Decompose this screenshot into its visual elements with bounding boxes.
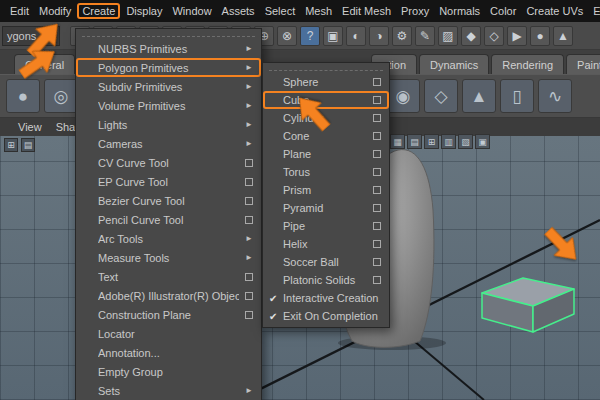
option-box-icon[interactable] <box>373 204 381 212</box>
menu-create[interactable]: Create <box>77 3 120 19</box>
shelf-helix-icon[interactable]: ∿ <box>538 79 572 113</box>
submenu-item-prism[interactable]: ✔ Prism ► <box>263 181 389 199</box>
submenu-item-exit-on-completion[interactable]: ✔ Exit On Completion ► <box>263 307 389 325</box>
menu-item-annotation[interactable]: ✔ Annotation... ► <box>76 343 261 362</box>
option-box-icon[interactable] <box>373 132 381 140</box>
option-box-icon[interactable] <box>245 273 253 281</box>
submenu-item-helix[interactable]: ✔ Helix ► <box>263 235 389 253</box>
option-box-icon[interactable] <box>373 168 381 176</box>
paint-effects-icon[interactable]: ✎ <box>415 26 435 46</box>
submenu-item-cube[interactable]: ✔ Cube ► <box>263 91 389 109</box>
menu-edit[interactable]: Edit <box>6 3 33 19</box>
menu-item-cv-curve-tool[interactable]: ✔ CV Curve Tool ► <box>76 153 261 172</box>
menu-tearoff-handle[interactable] <box>82 31 255 37</box>
option-box-icon[interactable] <box>373 258 381 266</box>
menu-item-nurbs-primitives[interactable]: ✔ NURBS Primitives ► <box>76 39 261 58</box>
shelf-sphere-icon[interactable]: ● <box>6 79 40 113</box>
menu-item-sets[interactable]: ✔ Sets ► <box>76 381 261 400</box>
panel-menu-item[interactable]: View <box>18 121 42 133</box>
option-box-icon[interactable] <box>245 159 253 167</box>
render-current-frame-icon[interactable]: ◐ <box>346 26 366 46</box>
menu-assets[interactable]: Assets <box>218 3 259 19</box>
menu-item-text[interactable]: ✔ Text ► <box>76 267 261 286</box>
option-box-icon[interactable] <box>373 222 381 230</box>
option-box-icon[interactable] <box>373 78 381 86</box>
option-box-icon[interactable] <box>245 216 253 224</box>
menu-tearoff-handle[interactable] <box>269 65 383 71</box>
menu-window[interactable]: Window <box>168 3 215 19</box>
menu-mesh[interactable]: Mesh <box>301 3 336 19</box>
menu-item-construction-plane[interactable]: ✔ Construction Plane ► <box>76 305 261 324</box>
menu-create-uvs[interactable]: Create UVs <box>522 3 587 19</box>
menu-item-polygon-primitives[interactable]: ✔ Polygon Primitives ► <box>76 58 261 77</box>
menu-normals[interactable]: Normals <box>435 3 484 19</box>
gate-mask-icon[interactable]: ▣ <box>475 134 490 149</box>
menu-item-cameras[interactable]: ✔ Cameras ► <box>76 134 261 153</box>
submenu-item-interactive-creation[interactable]: ✔ Interactive Creation ► <box>263 289 389 307</box>
submenu-item-platonic-solids[interactable]: ✔ Platonic Solids ► <box>263 271 389 289</box>
shelf-torus-icon[interactable]: ◎ <box>44 79 78 113</box>
tab-rendering[interactable]: Rendering <box>491 54 564 74</box>
shelf-joint-icon[interactable]: ◇ <box>424 79 458 113</box>
render-view-icon[interactable]: ▣ <box>323 26 343 46</box>
menu-item-pencil-curve-tool[interactable]: ✔ Pencil Curve Tool ► <box>76 210 261 229</box>
polygon-cube-object[interactable] <box>482 278 574 332</box>
menu-item-empty-group[interactable]: ✔ Empty Group ► <box>76 362 261 381</box>
menu-item-volume-primitives[interactable]: ✔ Volume Primitives ► <box>76 96 261 115</box>
character-set-icon[interactable]: ● <box>530 26 550 46</box>
playback-icon[interactable]: ▶ <box>507 26 527 46</box>
pane-layout-icon[interactable]: ⊞ <box>4 138 18 152</box>
menu-modify[interactable]: Modify <box>35 3 75 19</box>
submenu-item-soccer-ball[interactable]: ✔ Soccer Ball ► <box>263 253 389 271</box>
render-settings-icon[interactable]: ⚙ <box>392 26 412 46</box>
grid-toggle-icon[interactable]: ⊞ <box>424 134 439 149</box>
tab-painteffects-partial[interactable]: PaintE <box>566 54 600 74</box>
camera-attrs-icon[interactable]: ▦ <box>390 134 405 149</box>
shelf-pyramid-icon[interactable]: ▲ <box>462 79 496 113</box>
submenu-item-pipe[interactable]: ✔ Pipe ► <box>263 217 389 235</box>
menu-edit-uvs[interactable]: Edit UVs <box>589 3 600 19</box>
submenu-item-cone[interactable]: ✔ Cone ► <box>263 127 389 145</box>
light-toggle-icon[interactable]: ◆ <box>461 26 481 46</box>
resolution-gate-icon[interactable]: ▧ <box>458 134 473 149</box>
output-connections-icon[interactable]: ⊗ <box>277 26 297 46</box>
option-box-icon[interactable] <box>373 150 381 158</box>
ipr-render-icon[interactable]: ◑ <box>369 26 389 46</box>
pane-menu-icon[interactable]: ▤ <box>21 138 35 152</box>
menu-item-measure-tools[interactable]: ✔ Measure Tools ► <box>76 248 261 267</box>
menu-select[interactable]: Select <box>261 3 300 19</box>
help-line-icon[interactable]: ? <box>300 26 320 46</box>
option-box-icon[interactable] <box>373 276 381 284</box>
menu-item-lights[interactable]: ✔ Lights ► <box>76 115 261 134</box>
texture-view-icon[interactable]: ▨ <box>438 26 458 46</box>
bookmark-icon[interactable]: ▤ <box>407 134 422 149</box>
menu-item-adobe-illustrator-object[interactable]: ✔ Adobe(R) Illustrator(R) Object... ► <box>76 286 261 305</box>
menu-edit-mesh[interactable]: Edit Mesh <box>338 3 395 19</box>
option-box-icon[interactable] <box>373 186 381 194</box>
option-box-icon[interactable] <box>373 96 381 104</box>
tab-dynamics[interactable]: Dynamics <box>419 54 489 74</box>
menu-item-subdiv-primitives[interactable]: ✔ Subdiv Primitives ► <box>76 77 261 96</box>
menu-item-bezier-curve-tool[interactable]: ✔ Bezier Curve Tool ► <box>76 191 261 210</box>
submenu-item-sphere[interactable]: ✔ Sphere ► <box>263 73 389 91</box>
shelf-pipe-icon[interactable]: ▯ <box>500 79 534 113</box>
option-box-icon[interactable] <box>245 311 253 319</box>
menu-color[interactable]: Color <box>486 3 520 19</box>
select-priority-icon[interactable]: ▲ <box>553 26 573 46</box>
film-gate-icon[interactable]: ▥ <box>441 134 456 149</box>
option-box-icon[interactable] <box>245 197 253 205</box>
shelf-camera-icon[interactable]: ◉ <box>386 79 420 113</box>
option-box-icon[interactable] <box>373 114 381 122</box>
menu-item-ep-curve-tool[interactable]: ✔ EP Curve Tool ► <box>76 172 261 191</box>
animation-prefs-icon[interactable]: ◇ <box>484 26 504 46</box>
menu-item-locator[interactable]: ✔ Locator ► <box>76 324 261 343</box>
submenu-item-torus[interactable]: ✔ Torus ► <box>263 163 389 181</box>
option-box-icon[interactable] <box>245 178 253 186</box>
menu-proxy[interactable]: Proxy <box>397 3 433 19</box>
submenu-item-plane[interactable]: ✔ Plane ► <box>263 145 389 163</box>
option-box-icon[interactable] <box>373 240 381 248</box>
submenu-item-pyramid[interactable]: ✔ Pyramid ► <box>263 199 389 217</box>
menu-display[interactable]: Display <box>122 3 166 19</box>
menu-item-arc-tools[interactable]: ✔ Arc Tools ► <box>76 229 261 248</box>
option-box-icon[interactable] <box>245 292 253 300</box>
